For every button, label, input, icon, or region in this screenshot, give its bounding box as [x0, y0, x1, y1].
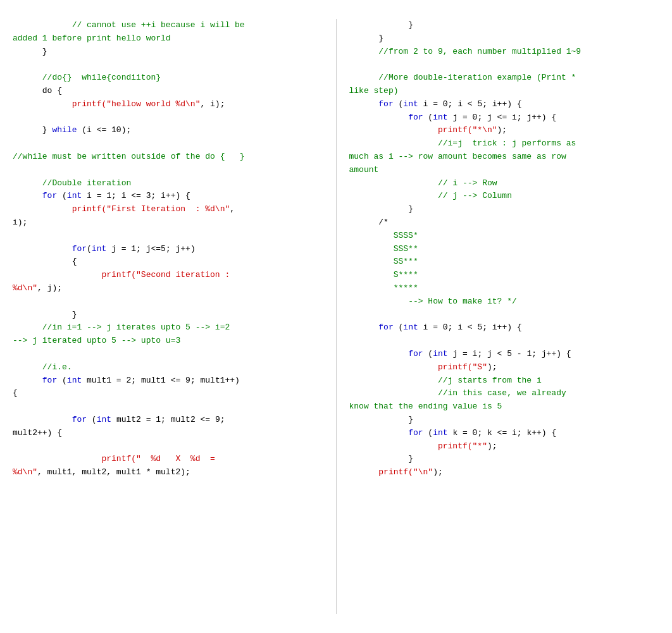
right-panel: } } //from 2 to 9, each number multiplie… — [337, 13, 673, 620]
right-code: } } //from 2 to 9, each number multiplie… — [349, 19, 660, 479]
left-code: // cannot use ++i because i will be adde… — [13, 19, 323, 479]
code-container: // cannot use ++i because i will be adde… — [0, 0, 672, 633]
left-panel: // cannot use ++i because i will be adde… — [0, 13, 336, 620]
